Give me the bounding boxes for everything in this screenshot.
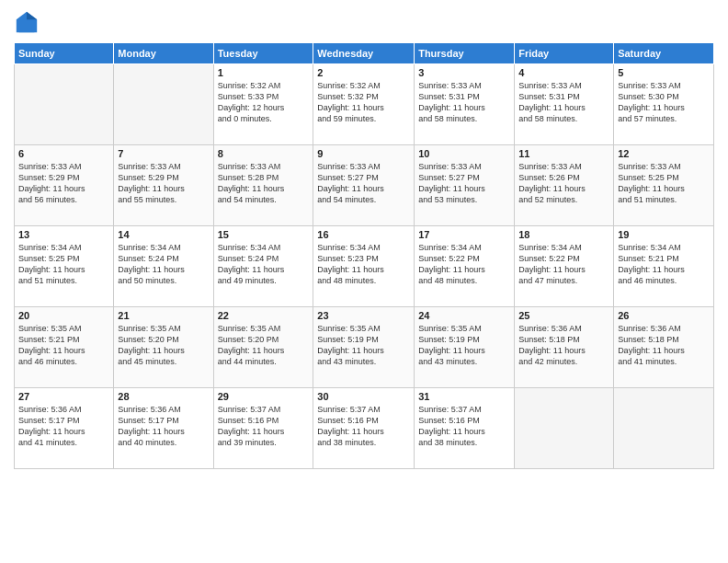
calendar-cell: 8Sunrise: 5:33 AM Sunset: 5:28 PM Daylig… <box>213 145 313 226</box>
calendar-cell: 12Sunrise: 5:33 AM Sunset: 5:25 PM Dayli… <box>614 145 714 226</box>
day-info: Sunrise: 5:32 AM Sunset: 5:32 PM Dayligh… <box>317 80 410 125</box>
calendar-cell <box>114 64 213 145</box>
day-info: Sunrise: 5:36 AM Sunset: 5:18 PM Dayligh… <box>518 323 609 368</box>
day-number: 13 <box>18 229 109 240</box>
calendar-cell: 13Sunrise: 5:34 AM Sunset: 5:25 PM Dayli… <box>15 226 114 307</box>
day-info: Sunrise: 5:37 AM Sunset: 5:16 PM Dayligh… <box>418 404 510 449</box>
calendar-cell: 25Sunrise: 5:36 AM Sunset: 5:18 PM Dayli… <box>515 307 614 388</box>
day-number: 21 <box>118 310 209 321</box>
calendar-week-row: 20Sunrise: 5:35 AM Sunset: 5:21 PM Dayli… <box>15 307 714 388</box>
day-info: Sunrise: 5:33 AM Sunset: 5:27 PM Dayligh… <box>418 161 510 206</box>
calendar-cell <box>15 64 114 145</box>
svg-marker-1 <box>27 12 37 19</box>
day-info: Sunrise: 5:33 AM Sunset: 5:30 PM Dayligh… <box>618 80 710 125</box>
column-header-wednesday: Wednesday <box>313 43 415 64</box>
day-info: Sunrise: 5:34 AM Sunset: 5:22 PM Dayligh… <box>518 242 609 287</box>
calendar-cell: 21Sunrise: 5:35 AM Sunset: 5:20 PM Dayli… <box>114 307 213 388</box>
calendar-cell: 6Sunrise: 5:33 AM Sunset: 5:29 PM Daylig… <box>15 145 114 226</box>
page: SundayMondayTuesdayWednesdayThursdayFrid… <box>0 0 728 563</box>
day-info: Sunrise: 5:34 AM Sunset: 5:24 PM Dayligh… <box>118 242 209 287</box>
day-info: Sunrise: 5:37 AM Sunset: 5:16 PM Dayligh… <box>218 404 310 449</box>
calendar-cell: 14Sunrise: 5:34 AM Sunset: 5:24 PM Dayli… <box>114 226 213 307</box>
day-info: Sunrise: 5:34 AM Sunset: 5:25 PM Dayligh… <box>18 242 109 287</box>
calendar-cell <box>614 388 714 469</box>
day-info: Sunrise: 5:35 AM Sunset: 5:20 PM Dayligh… <box>118 323 209 368</box>
day-number: 29 <box>218 391 310 402</box>
calendar-header-row: SundayMondayTuesdayWednesdayThursdayFrid… <box>15 43 714 64</box>
calendar-cell: 24Sunrise: 5:35 AM Sunset: 5:19 PM Dayli… <box>415 307 515 388</box>
calendar-cell: 27Sunrise: 5:36 AM Sunset: 5:17 PM Dayli… <box>15 388 114 469</box>
calendar-cell: 28Sunrise: 5:36 AM Sunset: 5:17 PM Dayli… <box>114 388 213 469</box>
day-info: Sunrise: 5:33 AM Sunset: 5:29 PM Dayligh… <box>18 161 109 206</box>
day-number: 16 <box>317 229 410 240</box>
calendar: SundayMondayTuesdayWednesdayThursdayFrid… <box>14 42 714 469</box>
logo <box>14 9 43 35</box>
day-number: 9 <box>317 148 410 159</box>
day-info: Sunrise: 5:33 AM Sunset: 5:29 PM Dayligh… <box>118 161 209 206</box>
calendar-cell: 15Sunrise: 5:34 AM Sunset: 5:24 PM Dayli… <box>213 226 313 307</box>
day-info: Sunrise: 5:33 AM Sunset: 5:31 PM Dayligh… <box>418 80 510 125</box>
day-number: 28 <box>118 391 209 402</box>
day-number: 7 <box>118 148 209 159</box>
day-info: Sunrise: 5:33 AM Sunset: 5:26 PM Dayligh… <box>518 161 609 206</box>
calendar-cell: 29Sunrise: 5:37 AM Sunset: 5:16 PM Dayli… <box>213 388 313 469</box>
day-number: 14 <box>118 229 209 240</box>
day-info: Sunrise: 5:35 AM Sunset: 5:19 PM Dayligh… <box>317 323 410 368</box>
calendar-cell: 16Sunrise: 5:34 AM Sunset: 5:23 PM Dayli… <box>313 226 415 307</box>
day-number: 31 <box>418 391 510 402</box>
column-header-friday: Friday <box>515 43 614 64</box>
column-header-thursday: Thursday <box>415 43 515 64</box>
calendar-cell: 23Sunrise: 5:35 AM Sunset: 5:19 PM Dayli… <box>313 307 415 388</box>
day-number: 10 <box>418 148 510 159</box>
day-info: Sunrise: 5:35 AM Sunset: 5:21 PM Dayligh… <box>18 323 109 368</box>
calendar-cell: 5Sunrise: 5:33 AM Sunset: 5:30 PM Daylig… <box>614 64 714 145</box>
day-number: 5 <box>618 67 710 78</box>
day-info: Sunrise: 5:33 AM Sunset: 5:31 PM Dayligh… <box>518 80 609 125</box>
day-number: 8 <box>218 148 310 159</box>
day-number: 25 <box>518 310 609 321</box>
calendar-cell: 20Sunrise: 5:35 AM Sunset: 5:21 PM Dayli… <box>15 307 114 388</box>
day-number: 15 <box>218 229 310 240</box>
calendar-week-row: 27Sunrise: 5:36 AM Sunset: 5:17 PM Dayli… <box>15 388 714 469</box>
day-number: 20 <box>18 310 109 321</box>
day-info: Sunrise: 5:35 AM Sunset: 5:19 PM Dayligh… <box>418 323 510 368</box>
day-info: Sunrise: 5:32 AM Sunset: 5:33 PM Dayligh… <box>218 80 310 125</box>
calendar-cell: 9Sunrise: 5:33 AM Sunset: 5:27 PM Daylig… <box>313 145 415 226</box>
calendar-cell: 10Sunrise: 5:33 AM Sunset: 5:27 PM Dayli… <box>415 145 515 226</box>
day-number: 30 <box>317 391 410 402</box>
calendar-cell: 7Sunrise: 5:33 AM Sunset: 5:29 PM Daylig… <box>114 145 213 226</box>
day-info: Sunrise: 5:34 AM Sunset: 5:22 PM Dayligh… <box>418 242 510 287</box>
day-number: 22 <box>218 310 310 321</box>
svg-rect-2 <box>19 22 35 32</box>
day-number: 23 <box>317 310 410 321</box>
day-number: 12 <box>618 148 710 159</box>
day-info: Sunrise: 5:33 AM Sunset: 5:27 PM Dayligh… <box>317 161 410 206</box>
calendar-week-row: 1Sunrise: 5:32 AM Sunset: 5:33 PM Daylig… <box>15 64 714 145</box>
calendar-week-row: 6Sunrise: 5:33 AM Sunset: 5:29 PM Daylig… <box>15 145 714 226</box>
day-info: Sunrise: 5:36 AM Sunset: 5:18 PM Dayligh… <box>618 323 710 368</box>
day-info: Sunrise: 5:35 AM Sunset: 5:20 PM Dayligh… <box>218 323 310 368</box>
day-number: 26 <box>618 310 710 321</box>
calendar-cell <box>515 388 614 469</box>
calendar-cell: 22Sunrise: 5:35 AM Sunset: 5:20 PM Dayli… <box>213 307 313 388</box>
day-info: Sunrise: 5:36 AM Sunset: 5:17 PM Dayligh… <box>118 404 209 449</box>
logo-icon <box>14 9 40 35</box>
column-header-sunday: Sunday <box>15 43 114 64</box>
day-info: Sunrise: 5:34 AM Sunset: 5:23 PM Dayligh… <box>317 242 410 287</box>
calendar-cell: 30Sunrise: 5:37 AM Sunset: 5:16 PM Dayli… <box>313 388 415 469</box>
day-number: 1 <box>218 67 310 78</box>
calendar-week-row: 13Sunrise: 5:34 AM Sunset: 5:25 PM Dayli… <box>15 226 714 307</box>
calendar-cell: 26Sunrise: 5:36 AM Sunset: 5:18 PM Dayli… <box>614 307 714 388</box>
day-info: Sunrise: 5:36 AM Sunset: 5:17 PM Dayligh… <box>18 404 109 449</box>
column-header-monday: Monday <box>114 43 213 64</box>
day-number: 2 <box>317 67 410 78</box>
day-info: Sunrise: 5:34 AM Sunset: 5:21 PM Dayligh… <box>618 242 710 287</box>
day-number: 19 <box>618 229 710 240</box>
calendar-cell: 17Sunrise: 5:34 AM Sunset: 5:22 PM Dayli… <box>415 226 515 307</box>
header <box>14 9 714 35</box>
day-number: 17 <box>418 229 510 240</box>
calendar-cell: 4Sunrise: 5:33 AM Sunset: 5:31 PM Daylig… <box>515 64 614 145</box>
column-header-saturday: Saturday <box>614 43 714 64</box>
day-info: Sunrise: 5:34 AM Sunset: 5:24 PM Dayligh… <box>218 242 310 287</box>
day-number: 18 <box>518 229 609 240</box>
